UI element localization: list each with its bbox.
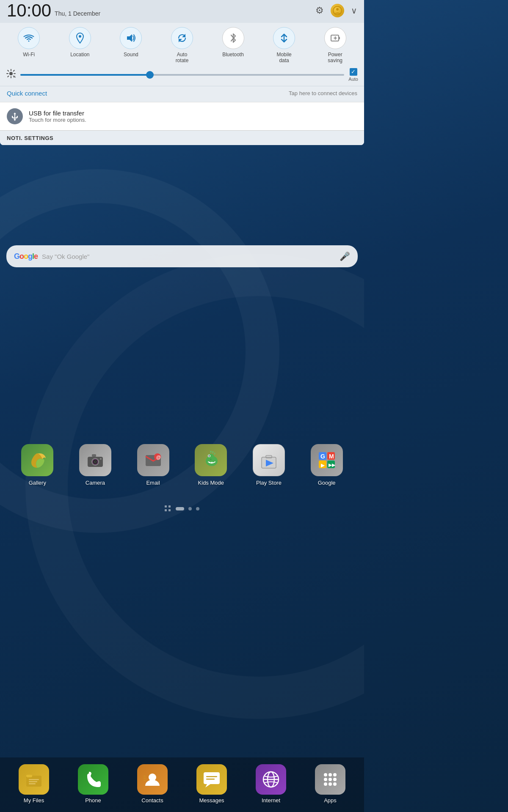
svg-line-17	[14, 70, 14, 71]
phone-label: Phone	[85, 797, 101, 804]
playstore-app[interactable]: Play Store	[246, 444, 292, 486]
apps-indicator	[165, 505, 171, 512]
svg-rect-55	[29, 783, 36, 785]
quick-connect-hint: Tap here to connect devices	[289, 90, 357, 96]
camera-label: Camera	[86, 480, 105, 486]
powersaving-label: Powersaving	[328, 52, 342, 64]
svg-marker-35	[212, 451, 214, 454]
mobiledata-toggle-circle	[273, 27, 295, 49]
svg-point-1	[336, 8, 339, 11]
svg-point-25	[100, 458, 102, 460]
location-label: Location	[70, 52, 89, 58]
kidsmode-icon	[195, 444, 227, 476]
wifi-toggle-circle	[18, 27, 40, 49]
svg-rect-60	[204, 772, 220, 784]
usb-notification-subtitle: Touch for more options.	[29, 117, 86, 123]
svg-point-72	[324, 782, 327, 786]
brightness-fill	[20, 74, 150, 76]
usb-notification-text: USB for file transfer Touch for more opt…	[29, 110, 86, 123]
internet-label: Internet	[262, 797, 280, 804]
svg-text:@: @	[156, 455, 161, 460]
bluetooth-toggle[interactable]: Bluetooth	[216, 27, 250, 64]
svg-rect-61	[206, 776, 217, 777]
brightness-auto[interactable]: ✓ Auto	[348, 68, 358, 82]
dock: My Files Phone Contacts	[0, 757, 364, 812]
search-bar[interactable]: Google Say "Ok Google" 🎤	[6, 245, 358, 267]
usb-notification-title: USB for file transfer	[29, 110, 86, 117]
messages-label: Messages	[199, 797, 224, 804]
svg-point-66	[324, 773, 327, 776]
bluetooth-label: Bluetooth	[222, 52, 244, 58]
google-app[interactable]: G M ▶ ▶▶ Google	[304, 444, 350, 486]
gallery-icon	[21, 444, 53, 476]
svg-point-71	[333, 778, 337, 781]
svg-point-33	[209, 455, 210, 457]
notification-panel: 10:00 Thu, 1 December ⚙ ∨	[0, 0, 364, 145]
qs-time: 10:00	[7, 2, 51, 19]
svg-text:G: G	[320, 453, 325, 460]
search-bar-container: Google Say "Ok Google" 🎤	[6, 245, 358, 267]
settings-icon[interactable]: ⚙	[315, 5, 324, 16]
user-avatar[interactable]	[331, 4, 344, 17]
svg-rect-24	[92, 454, 96, 457]
noti-settings-label: NOTI. SETTINGS	[7, 135, 53, 141]
internet-icon	[256, 764, 286, 795]
camera-icon	[79, 444, 111, 476]
mobiledata-toggle[interactable]: Mobiledata	[267, 27, 301, 64]
svg-point-10	[9, 72, 13, 75]
page-indicators	[0, 505, 364, 512]
google-label: Google	[318, 480, 336, 486]
svg-rect-52	[26, 775, 32, 777]
contacts-dock-item[interactable]: Contacts	[129, 764, 176, 804]
email-icon: @	[137, 444, 169, 476]
svg-rect-57	[144, 776, 146, 776]
camera-app[interactable]: Camera	[72, 444, 119, 486]
myfiles-icon	[19, 764, 49, 795]
svg-point-70	[329, 778, 332, 781]
contacts-label: Contacts	[141, 797, 163, 804]
chevron-down-icon[interactable]: ∨	[351, 5, 357, 16]
playstore-label: Play Store	[256, 480, 282, 486]
messages-dock-item[interactable]: Messages	[188, 764, 235, 804]
quick-connect-label: Quick connect	[7, 90, 47, 97]
mic-icon[interactable]: 🎤	[340, 251, 350, 261]
svg-rect-62	[206, 779, 215, 780]
auto-label: Auto	[348, 77, 358, 82]
svg-rect-7	[339, 37, 340, 39]
svg-rect-53	[29, 779, 39, 780]
svg-text:M: M	[329, 453, 334, 460]
location-toggle[interactable]: Location	[63, 27, 97, 64]
brightness-thumb	[146, 71, 154, 79]
email-app[interactable]: @ Email	[130, 444, 177, 486]
brightness-slider[interactable]	[20, 74, 344, 76]
qs-toggles: Wi-Fi Location Sound	[0, 23, 364, 66]
svg-marker-3	[127, 34, 132, 42]
internet-dock-item[interactable]: Internet	[248, 764, 294, 804]
noti-settings-bar[interactable]: NOTI. SETTINGS	[0, 130, 364, 145]
wifi-toggle[interactable]: Wi-Fi	[12, 27, 46, 64]
apps-dock-item[interactable]: Apps	[307, 764, 353, 804]
kidsmode-app[interactable]: Kids Mode	[188, 444, 234, 486]
autorotate-toggle[interactable]: Autorotate	[165, 27, 199, 64]
apps-label: Apps	[324, 797, 337, 804]
phone-dock-item[interactable]: Phone	[70, 764, 116, 804]
sound-label: Sound	[124, 52, 138, 58]
powersaving-toggle-circle	[324, 27, 346, 49]
svg-point-74	[333, 782, 337, 786]
svg-point-37	[210, 459, 211, 460]
mobiledata-label: Mobiledata	[276, 52, 291, 64]
svg-line-18	[8, 76, 8, 77]
sound-toggle[interactable]: Sound	[114, 27, 148, 64]
svg-rect-54	[29, 781, 37, 782]
usb-notification[interactable]: USB for file transfer Touch for more opt…	[0, 102, 364, 130]
quick-connect[interactable]: Quick connect Tap here to connect device…	[0, 86, 364, 102]
powersaving-toggle[interactable]: Powersaving	[318, 27, 352, 64]
myfiles-dock-item[interactable]: My Files	[11, 764, 57, 804]
qs-header: 10:00 Thu, 1 December ⚙ ∨	[0, 0, 364, 23]
gallery-label: Gallery	[29, 480, 46, 486]
autorotate-toggle-circle	[171, 27, 193, 49]
gallery-app[interactable]: Gallery	[14, 444, 61, 486]
svg-text:▶▶: ▶▶	[329, 463, 336, 467]
home-indicator	[176, 507, 184, 510]
brightness-icon: A	[6, 69, 16, 81]
